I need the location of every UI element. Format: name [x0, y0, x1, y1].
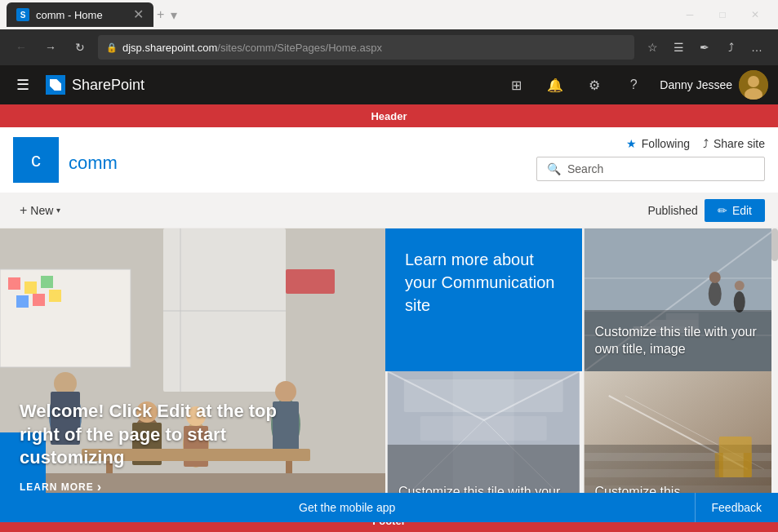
url-domain: djsp.sharepoint.com: [122, 42, 217, 54]
pencil-icon: ✏: [718, 204, 727, 217]
new-button[interactable]: + New ▾: [13, 198, 67, 223]
share-button[interactable]: ⤴: [719, 36, 742, 59]
close-button[interactable]: ✕: [739, 2, 771, 27]
more-button[interactable]: …: [745, 36, 768, 59]
blue-info-tile[interactable]: Learn more about your Communication site: [385, 228, 582, 371]
sharepoint-app-bar: ☰ SharePoint ⊞ 🔔 ⚙ ? Danny Jessee: [0, 65, 778, 104]
main-content: Welcome! Click Edit at the top right of …: [0, 228, 778, 522]
back-button[interactable]: ←: [10, 36, 33, 59]
sharepoint-logo-shape: [50, 79, 61, 91]
lock-icon: 🔒: [106, 42, 118, 53]
reload-button[interactable]: ↻: [69, 36, 91, 59]
svg-point-37: [708, 282, 721, 306]
minimize-button[interactable]: ─: [674, 2, 706, 27]
publish-area: Published ✏ Edit: [647, 199, 765, 222]
star-icon: ★: [626, 137, 637, 150]
header-banner: Header: [0, 104, 778, 127]
site-header-actions: ★ Following ⤴ Share site 🔍 Search: [536, 137, 765, 181]
svg-rect-6: [163, 310, 286, 312]
edit-label: Edit: [732, 204, 752, 217]
tab-bar: S comm - Home ✕ + ▾ ─ □ ✕: [0, 0, 778, 29]
feedback-button[interactable]: Feedback: [695, 493, 778, 522]
svg-rect-64: [714, 453, 722, 477]
reader-button[interactable]: ☰: [667, 36, 690, 59]
settings-button[interactable]: ⚙: [581, 72, 607, 98]
tab-favicon: S: [16, 8, 29, 21]
tab-actions: + ▾: [157, 7, 177, 23]
header-banner-text: Header: [371, 110, 407, 122]
published-status: Published: [647, 204, 698, 217]
svg-rect-10: [41, 276, 53, 288]
tab-title: comm - Home: [36, 9, 127, 21]
user-name: Danny Jessee: [660, 78, 732, 91]
site-logo: c: [13, 137, 59, 183]
follow-label: Following: [642, 137, 690, 150]
staircase-tile-text: Customize this tile with your own title,…: [595, 324, 766, 358]
bottom-overlay-actions: Get the mobile app Feedback: [0, 493, 778, 522]
hero-text-overlay: Welcome! Click Edit at the top right of …: [20, 400, 297, 494]
help-button[interactable]: ?: [620, 72, 647, 98]
site-search-box[interactable]: 🔍 Search: [536, 157, 765, 181]
svg-rect-29: [286, 269, 335, 294]
share-label: Share site: [714, 137, 765, 150]
svg-point-38: [709, 272, 720, 283]
search-placeholder: Search: [567, 162, 603, 175]
svg-rect-12: [33, 294, 45, 306]
chevron-down-icon: ▾: [56, 206, 60, 215]
avatar-image: [739, 70, 768, 100]
staircase-tile[interactable]: Customize this tile with your own title,…: [582, 228, 779, 371]
svg-point-40: [734, 281, 744, 290]
active-tab[interactable]: S comm - Home ✕: [7, 2, 153, 27]
url-text: djsp.sharepoint.com/sites/comm/SitePages…: [122, 42, 382, 54]
close-tab-button[interactable]: ✕: [133, 8, 144, 21]
svg-rect-9: [24, 282, 37, 294]
tab-list-button[interactable]: ▾: [171, 7, 177, 23]
pen-button[interactable]: ✒: [693, 36, 716, 59]
plus-icon: +: [20, 203, 27, 218]
svg-point-24: [275, 381, 296, 402]
get-mobile-app-button[interactable]: Get the mobile app: [0, 493, 695, 522]
site-logo-area: c comm: [13, 137, 118, 183]
svg-rect-65: [743, 453, 751, 477]
address-bar: ← → ↻ 🔒 djsp.sharepoint.com/sites/comm/S…: [0, 29, 778, 65]
follow-site-button[interactable]: ★ Following: [626, 137, 690, 150]
maximize-button[interactable]: □: [706, 2, 739, 27]
user-profile[interactable]: Danny Jessee: [660, 70, 768, 100]
search-icon: 🔍: [547, 162, 561, 175]
feedback-label: Feedback: [712, 501, 762, 514]
edit-button[interactable]: ✏ Edit: [705, 199, 765, 222]
notifications-button[interactable]: 🔔: [542, 72, 568, 98]
browser-window: S comm - Home ✕ + ▾ ─ □ ✕ ← → ↻ 🔒 djsp.s…: [0, 0, 778, 65]
hamburger-menu-button[interactable]: ☰: [10, 72, 36, 98]
svg-point-15: [54, 372, 77, 395]
sharepoint-logo-icon: [46, 75, 65, 95]
svg-point-1: [748, 76, 759, 87]
window-controls: ─ □ ✕: [674, 2, 771, 27]
new-tab-button[interactable]: +: [157, 7, 164, 22]
forward-button[interactable]: →: [39, 36, 62, 59]
svg-rect-36: [584, 277, 776, 279]
hero-heading: Welcome! Click Edit at the top right of …: [20, 400, 297, 470]
apps-button[interactable]: ⊞: [503, 72, 529, 98]
svg-rect-11: [16, 295, 29, 308]
scrollbar-thumb[interactable]: [771, 228, 778, 261]
site-header: c comm ★ Following ⤴ Share site 🔍 Search: [0, 127, 778, 193]
svg-rect-8: [8, 277, 20, 290]
site-action-top: ★ Following ⤴ Share site: [626, 137, 765, 150]
hero-tile: Welcome! Click Edit at the top right of …: [0, 228, 385, 514]
favorites-button[interactable]: ☆: [641, 36, 664, 59]
site-title: comm: [69, 153, 118, 174]
share-site-button[interactable]: ⤴ Share site: [703, 137, 765, 150]
learn-more-label: LEARN MORE: [20, 481, 94, 493]
sharepoint-logo[interactable]: SharePoint: [46, 75, 144, 95]
toolbar-actions: ☆ ☰ ✒ ⤴ …: [641, 36, 768, 59]
new-label: New: [30, 204, 53, 217]
mobile-app-label: Get the mobile app: [299, 501, 395, 514]
share-icon: ⤴: [703, 137, 709, 150]
content-grid: Welcome! Click Edit at the top right of …: [0, 228, 778, 514]
command-bar: + New ▾ Published ✏ Edit: [0, 193, 778, 228]
scrollbar[interactable]: [771, 228, 778, 522]
app-bar-right: ⊞ 🔔 ⚙ ? Danny Jessee: [503, 70, 768, 100]
url-bar[interactable]: 🔒 djsp.sharepoint.com/sites/comm/SitePag…: [98, 35, 634, 60]
sharepoint-logo-text: SharePoint: [72, 77, 144, 94]
